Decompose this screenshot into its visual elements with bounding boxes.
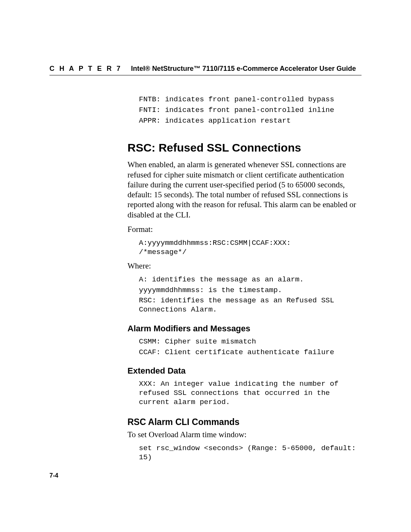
code-fntb: FNTB: indicates front panel-controlled b…: [139, 95, 362, 104]
chapter-label: C H A P T E R 7: [49, 65, 122, 73]
heading-alarm-modifiers: Alarm Modifiers and Messages: [127, 324, 362, 334]
where-ts: yyyymmddhhmmss: is the timestamp.: [139, 286, 362, 295]
code-fnti: FNTI: indicates front panel-controlled i…: [139, 106, 362, 115]
page-number: 7-4: [49, 472, 58, 479]
section-heading-rsc: RSC: Refused SSL Connections: [127, 141, 362, 154]
code-xxx: XXX: An integer value indicating the num…: [139, 380, 362, 407]
format-code: A:yyyymmddhhmmss:RSC:CSMM|CCAF:XXX: /*me…: [139, 239, 362, 257]
heading-cli-commands: RSC Alarm CLI Commands: [127, 417, 362, 427]
where-a: A: identifies the message as an alarm.: [139, 275, 362, 284]
where-rsc: RSC: identifies the message as an Refuse…: [139, 296, 362, 315]
code-csmm: CSMM: Cipher suite mismatch: [139, 337, 362, 347]
content-area: FNTB: indicates front panel-controlled b…: [127, 95, 362, 462]
format-label: Format:: [127, 224, 362, 234]
code-ccaf: CCAF: Client certificate authenticate fa…: [139, 348, 362, 357]
heading-extended-data: Extended Data: [127, 366, 362, 376]
page: C H A P T E R 7 Intel® NetStructure™ 711…: [0, 0, 411, 462]
code-appr: APPR: indicates application restart: [139, 117, 362, 126]
cli-command: set rsc_window <seconds> (Range: 5-65000…: [139, 444, 362, 462]
where-label: Where:: [127, 261, 362, 271]
page-header: C H A P T E R 7 Intel® NetStructure™ 711…: [49, 65, 362, 75]
guide-title: Intel® NetStructure™ 7110/7115 e-Commerc…: [131, 65, 356, 73]
section-paragraph: When enabled, an alarm is generated when…: [127, 160, 362, 220]
cli-intro: To set Overload Alarm time window:: [127, 430, 362, 439]
